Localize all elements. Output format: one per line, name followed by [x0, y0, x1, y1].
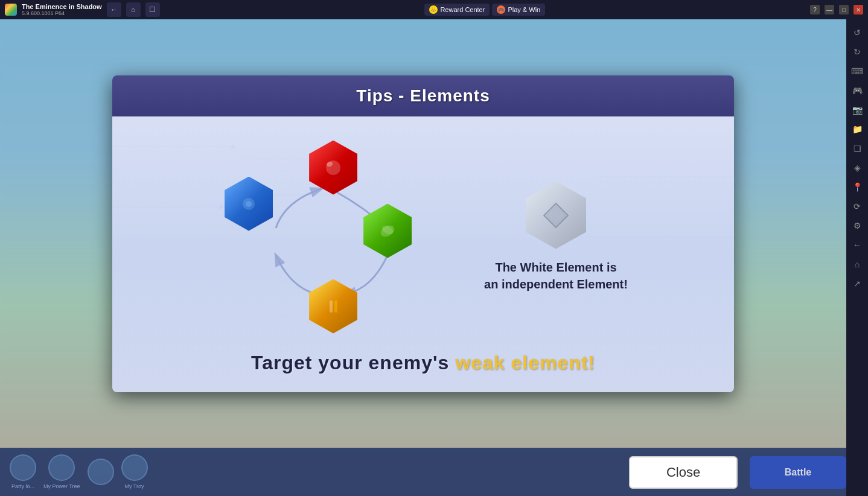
bottom-label-2: My Power Tree: [43, 483, 80, 489]
titlebar-right: ? — □ ✕: [810, 5, 863, 14]
green-element: [363, 204, 412, 258]
blue-element-icon: [237, 192, 261, 216]
svg-point-14: [246, 201, 252, 207]
battle-button[interactable]: Battle: [750, 456, 846, 489]
sidebar-settings[interactable]: ⚙: [849, 217, 866, 234]
sidebar-expand[interactable]: ↗: [849, 275, 866, 292]
sidebar-keyboard[interactable]: ⌨: [849, 63, 866, 80]
sidebar-rotate-right[interactable]: ↻: [849, 43, 866, 60]
sidebar-gamepad[interactable]: 🎮: [849, 82, 866, 99]
white-element-line1: The White Element is: [484, 259, 628, 276]
sidebar-folder[interactable]: 📁: [849, 121, 866, 138]
white-hex: [526, 182, 586, 249]
reward-center-label: Reward Center: [440, 6, 485, 13]
green-hex: [363, 204, 412, 258]
bottom-bar: Party lo... My Power Tree My Troy Close …: [0, 448, 846, 496]
white-element-line2: an independent Element!: [484, 276, 628, 293]
bottom-item-4: My Troy: [121, 454, 148, 489]
sidebar-eraser[interactable]: ◈: [849, 159, 866, 176]
reward-icon: 👑: [429, 5, 438, 14]
bottom-label-1: Party lo...: [11, 483, 34, 489]
red-element-icon: [321, 156, 345, 180]
bottom-tip-highlight: weak element!: [455, 352, 595, 374]
play-win-icon: 🎮: [497, 5, 505, 14]
screenshot-button[interactable]: ☐: [145, 2, 160, 17]
svg-rect-18: [334, 300, 337, 313]
back-button[interactable]: ←: [107, 2, 121, 17]
white-element: [526, 182, 586, 249]
app-icon: [5, 4, 17, 16]
tips-elements-dialog: Tips - Elements: [112, 75, 734, 392]
dialog-overlay: Tips - Elements: [0, 19, 846, 448]
battle-label: Battle: [785, 467, 811, 478]
sidebar-layers[interactable]: ❏: [849, 140, 866, 157]
help-button[interactable]: ?: [810, 5, 820, 14]
yellow-hex: [309, 279, 357, 334]
titlebar-center: 👑 Reward Center 🎮 Play & Win: [424, 4, 545, 16]
home-button[interactable]: ⌂: [126, 2, 141, 17]
maximize-button[interactable]: □: [839, 5, 849, 14]
green-element-icon: [375, 219, 400, 243]
sidebar-refresh[interactable]: ⟳: [849, 198, 866, 215]
dialog-header: Tips - Elements: [112, 75, 734, 116]
yellow-element-icon: [321, 294, 345, 319]
reward-center-button[interactable]: 👑 Reward Center: [424, 4, 490, 16]
close-dialog-button[interactable]: Close: [629, 456, 738, 489]
white-element-icon: [541, 200, 571, 231]
white-element-description: The White Element is an independent Elem…: [484, 259, 628, 293]
bottom-item-2: My Power Tree: [43, 454, 80, 489]
sidebar-location[interactable]: 📍: [849, 179, 866, 196]
play-win-label: Play & Win: [508, 6, 540, 13]
close-dialog-label: Close: [666, 465, 700, 480]
app-name: The Eminence in Shadow: [22, 3, 102, 10]
titlebar-left: The Eminence in Shadow 5.9.600.1001 P64 …: [5, 2, 160, 17]
bottom-icon-3: [88, 459, 114, 485]
play-win-button[interactable]: 🎮 Play & Win: [492, 4, 545, 16]
dialog-title: Tips - Elements: [127, 86, 720, 106]
app-version: 5.9.600.1001 P64: [22, 10, 102, 16]
close-window-button[interactable]: ✕: [854, 5, 863, 14]
element-diagram: The White Element is an independent Elem…: [136, 135, 710, 340]
sidebar-home[interactable]: ⌂: [849, 256, 866, 273]
bottom-label-4: My Troy: [125, 483, 144, 489]
blue-hex: [225, 177, 273, 231]
svg-rect-17: [330, 300, 333, 313]
sidebar-screenshot[interactable]: 📷: [849, 101, 866, 118]
blue-element: [225, 177, 273, 231]
bottom-item-1: Party lo...: [10, 454, 36, 489]
red-element: [309, 141, 357, 195]
dialog-body: The White Element is an independent Elem…: [112, 116, 734, 392]
element-cycle: [219, 135, 448, 340]
bottom-tip: Target your enemy's weak element!: [251, 352, 595, 374]
titlebar-title: The Eminence in Shadow 5.9.600.1001 P64: [22, 3, 102, 16]
red-hex: [309, 141, 357, 195]
white-element-section: The White Element is an independent Elem…: [484, 182, 628, 293]
bottom-icon-2: [48, 454, 75, 481]
bottom-icon-1: [10, 454, 36, 481]
bottom-tip-prefix: Target your enemy's: [251, 352, 455, 374]
yellow-element: [309, 279, 357, 334]
bottom-icon-4: [121, 454, 148, 481]
right-sidebar: ↺ ↻ ⌨ 🎮 📷 📁 ❏ ◈ 📍 ⟳ ⚙ ← ⌂ ↗: [846, 19, 868, 496]
minimize-button[interactable]: —: [825, 5, 834, 14]
titlebar: The Eminence in Shadow 5.9.600.1001 P64 …: [0, 0, 868, 19]
sidebar-back[interactable]: ←: [849, 237, 866, 253]
sidebar-rotate-left[interactable]: ↺: [849, 24, 866, 41]
bottom-item-3: [88, 459, 114, 485]
